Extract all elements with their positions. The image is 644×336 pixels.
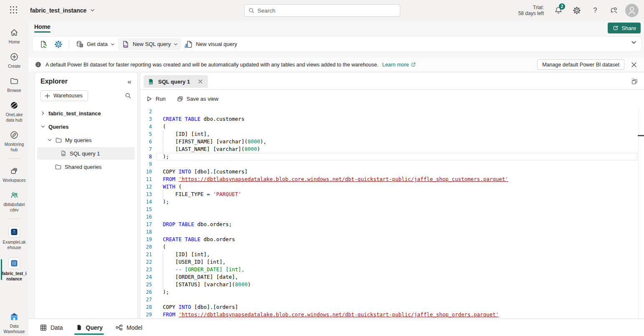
- tree-item-warehouse[interactable]: fabric_test_instance: [37, 107, 135, 120]
- share-icon: [612, 25, 619, 31]
- help-icon: ?: [593, 7, 597, 14]
- notifications-button[interactable]: 2: [551, 3, 566, 18]
- tree-item-queries[interactable]: Queries: [37, 120, 135, 133]
- content-area: Explorer « Warehouses fabric_test_instan…: [28, 71, 644, 318]
- save-as-view-button[interactable]: Save as view: [177, 95, 219, 102]
- code-line[interactable]: 23 -- [ORDER_DATE] [int],: [140, 266, 644, 273]
- rail-item-dbtlabsfabricdev[interactable]: dbtlabsfabricdev: [0, 190, 28, 213]
- settings-button[interactable]: [569, 3, 585, 18]
- tab-home[interactable]: Home: [34, 23, 51, 33]
- line-number: 16: [140, 214, 152, 220]
- code-line[interactable]: 20(: [140, 243, 644, 251]
- code-line[interactable]: 14);: [140, 198, 644, 206]
- code-line[interactable]: 27: [140, 296, 644, 303]
- new-sql-query-button[interactable]: SQL New SQL query: [118, 38, 181, 50]
- code-line[interactable]: 19CREATE TABLE dbo.orders: [140, 236, 644, 243]
- app-launcher-icon[interactable]: [10, 6, 18, 14]
- scrollbar-position-marker[interactable]: [638, 135, 644, 136]
- refresh-dataset-button[interactable]: [36, 38, 51, 50]
- get-data-button[interactable]: Get data: [72, 38, 118, 50]
- tab-query[interactable]: Query: [76, 319, 103, 336]
- run-button[interactable]: Run: [146, 95, 166, 102]
- rail-item-home[interactable]: Home: [0, 28, 28, 45]
- svg-text:SQL: SQL: [124, 45, 128, 47]
- code-line[interactable]: 4(: [140, 123, 644, 130]
- rail-item-label: OneLakedata hub: [6, 112, 23, 123]
- tree-item-shared-queries[interactable]: Shared queries: [37, 160, 135, 173]
- chevron-right-icon[interactable]: [40, 111, 45, 115]
- gear-icon: [573, 6, 581, 15]
- code-line[interactable]: 10COPY INTO [dbo].[customers]: [140, 168, 644, 176]
- search-input[interactable]: [258, 8, 396, 14]
- code-line[interactable]: 8);: [140, 153, 644, 160]
- code-line[interactable]: 26);: [140, 288, 644, 296]
- workspace-switcher[interactable]: fabric_test_instance: [30, 0, 95, 20]
- rail-item-label: fabric_test_instance: [2, 271, 27, 282]
- chevron-down-icon[interactable]: [40, 125, 45, 129]
- help-button[interactable]: ?: [587, 3, 603, 18]
- line-number: 15: [140, 206, 152, 212]
- rail-item-monitoring-hub[interactable]: Monitoringhub: [0, 130, 28, 153]
- code-line[interactable]: 29FROM 'https://dbtlabsynapsedatalake.bl…: [140, 311, 644, 318]
- code-text: FILE_TYPE = 'PARQUET': [163, 191, 241, 198]
- view-switcher-bar: Data Query Model: [28, 318, 644, 336]
- sql-code-editor[interactable]: 23CREATE TABLE dbo.customers4(5 [ID] [in…: [140, 108, 644, 318]
- code-line[interactable]: 21 [ID] [int],: [140, 251, 644, 258]
- code-line[interactable]: 16: [140, 213, 644, 221]
- banner-close-icon[interactable]: [628, 59, 640, 71]
- account-button[interactable]: [624, 3, 640, 18]
- new-visual-query-button[interactable]: New visual query: [181, 38, 240, 50]
- feedback-button[interactable]: [606, 3, 621, 18]
- tree-item-my-queries[interactable]: My queries: [37, 134, 135, 146]
- line-number: 6: [140, 139, 152, 145]
- code-line[interactable]: 6 [FIRST_NAME] [varchar](8000),: [140, 138, 644, 145]
- sql-document-icon: SQL: [121, 40, 130, 48]
- copy-icon[interactable]: [631, 77, 638, 85]
- code-line[interactable]: 7 [LAST_NAME] [varchar](8000): [140, 145, 644, 153]
- global-search[interactable]: [244, 4, 400, 17]
- tree-item-sql-query-1[interactable]: SQL SQL query 1: [37, 147, 135, 160]
- code-line[interactable]: 11FROM 'https://dbtlabsynapsedatalake.bl…: [140, 176, 644, 183]
- code-line[interactable]: 13 FILE_TYPE = 'PARQUET': [140, 191, 644, 198]
- code-line[interactable]: 17DROP TABLE dbo.orders;: [140, 221, 644, 228]
- rail-item-label: Create: [8, 64, 20, 69]
- rail-item-workspaces[interactable]: Workspaces: [0, 166, 28, 183]
- tab-data[interactable]: Data: [40, 319, 63, 336]
- visual-query-icon: [184, 40, 193, 48]
- share-button[interactable]: Share: [608, 23, 641, 33]
- rail-item-examplelakehouse[interactable]: ExampleLakehouse: [0, 226, 28, 250]
- code-line[interactable]: 15: [140, 206, 644, 213]
- code-line[interactable]: 25 [STATUS] [varchar](8000): [140, 281, 644, 288]
- collapse-ribbon-icon[interactable]: [631, 40, 636, 45]
- rail-item-onelake-data-hub[interactable]: OneLakedata hub: [0, 100, 28, 123]
- rail-item-create[interactable]: Create: [0, 52, 28, 69]
- code-text: FROM 'https://dbtlabsynapsedatalake.blob…: [163, 311, 499, 318]
- close-tab-icon[interactable]: [197, 78, 204, 85]
- code-line[interactable]: 24 [ORDER_DATE] [date],: [140, 273, 644, 281]
- add-warehouses-button[interactable]: Warehouses: [40, 90, 88, 101]
- rail-item-data-warehouse[interactable]: DataWarehouse: [0, 312, 28, 334]
- code-line[interactable]: 12WITH (: [140, 183, 644, 191]
- code-line[interactable]: 28COPY INTO [dbo].[orders]: [140, 303, 644, 311]
- tab-sql-query-1[interactable]: SQL SQL query 1: [144, 75, 208, 88]
- code-text: );: [163, 288, 169, 296]
- code-line[interactable]: 18: [140, 228, 644, 236]
- settings-toolbar-button[interactable]: [51, 38, 66, 50]
- chevron-down-icon[interactable]: [47, 138, 52, 142]
- line-number: 11: [140, 176, 152, 182]
- rail-item-browse[interactable]: Browse: [0, 76, 28, 93]
- code-line[interactable]: 9: [140, 160, 644, 168]
- manage-dataset-button[interactable]: Manage default Power BI dataset: [537, 59, 624, 70]
- tab-model[interactable]: Model: [115, 319, 142, 336]
- rail-item-fabric-test-instance[interactable]: fabric_test_instance: [0, 257, 28, 282]
- code-line[interactable]: 2: [140, 108, 644, 115]
- collapse-panel-icon[interactable]: «: [128, 78, 131, 85]
- search-icon: [248, 8, 255, 14]
- search-icon[interactable]: [125, 92, 131, 99]
- code-line[interactable]: 3CREATE TABLE dbo.customers: [140, 115, 644, 123]
- monitoring-hub-icon: [10, 130, 19, 140]
- code-text: );: [163, 153, 169, 160]
- code-line[interactable]: 5 [ID] [int],: [140, 130, 644, 138]
- code-line[interactable]: 22 [USER_ID] [int],: [140, 258, 644, 266]
- learn-more-link[interactable]: Learn more: [382, 62, 416, 68]
